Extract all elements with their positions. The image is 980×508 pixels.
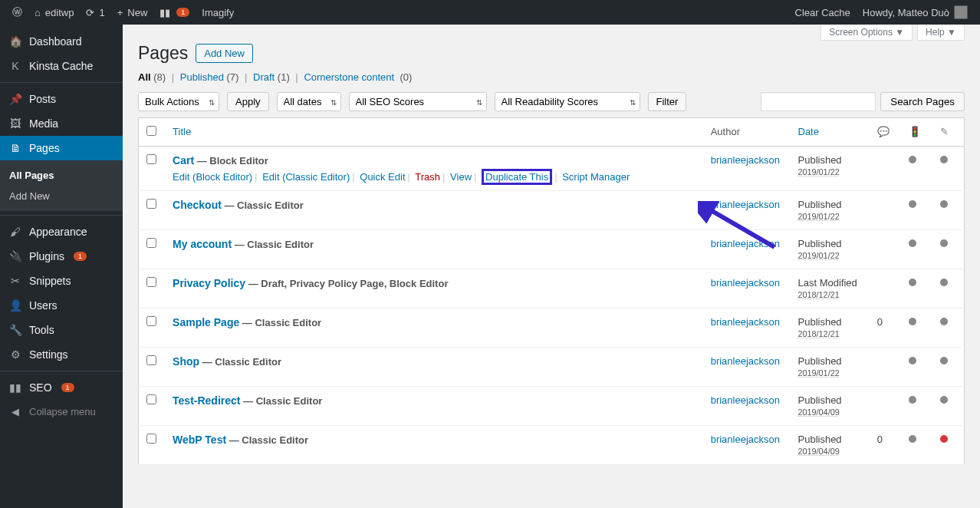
post-state: — Classic Editor bbox=[199, 356, 281, 368]
author-link[interactable]: brianleejackson bbox=[711, 277, 780, 289]
comment-count bbox=[870, 147, 901, 191]
duplicate-link[interactable]: Duplicate This bbox=[485, 171, 548, 183]
search-box: Search Pages bbox=[761, 92, 965, 111]
wp-logo[interactable]: ⓦ bbox=[6, 0, 28, 25]
page-title-link[interactable]: Test-Redirect bbox=[173, 394, 240, 407]
page-title-link[interactable]: Privacy Policy bbox=[173, 277, 245, 289]
page-title-link[interactable]: Shop bbox=[173, 355, 199, 368]
search-input[interactable] bbox=[761, 92, 876, 111]
search-pages-button[interactable]: Search Pages bbox=[880, 92, 965, 111]
new-content[interactable]: +New bbox=[111, 0, 154, 25]
sidebar-item-plugins[interactable]: 🔌Plugins1 bbox=[0, 244, 123, 269]
author-link[interactable]: brianleejackson bbox=[711, 394, 780, 406]
sidebar-item-pages[interactable]: 🗎Pages bbox=[0, 136, 123, 160]
sidebar-item-users[interactable]: 👤Users bbox=[0, 293, 123, 318]
row-checkbox[interactable] bbox=[146, 394, 156, 404]
updates[interactable]: ⟳1 bbox=[80, 0, 110, 25]
seo-icon: ▮▮ bbox=[8, 381, 23, 394]
author-link[interactable]: brianleejackson bbox=[711, 154, 780, 166]
clear-cache[interactable]: Clear Cache bbox=[789, 0, 857, 25]
sidebar-item-kinsta[interactable]: KKinsta Cache bbox=[0, 54, 123, 78]
view-all[interactable]: All bbox=[138, 71, 151, 83]
sidebar-item-snippets[interactable]: ✂Snippets bbox=[0, 269, 123, 293]
col-date[interactable]: Date bbox=[798, 126, 819, 137]
sidebar-sub-add-new[interactable]: Add New bbox=[0, 186, 123, 206]
trash-link[interactable]: Trash bbox=[415, 171, 440, 183]
help-button[interactable]: Help ▼ bbox=[917, 25, 965, 41]
col-title[interactable]: Title bbox=[173, 126, 191, 137]
screen-options-button[interactable]: Screen Options ▼ bbox=[821, 25, 913, 41]
page-title-link[interactable]: Cart bbox=[173, 154, 194, 167]
view-cornerstone[interactable]: Cornerstone content bbox=[304, 71, 394, 83]
sidebar-item-media[interactable]: 🖾Media bbox=[0, 111, 123, 136]
view-draft-count: (1) bbox=[278, 71, 290, 83]
table-row: Checkout — Classic Editor brianleejackso… bbox=[139, 191, 965, 230]
sidebar-collapse[interactable]: ◀Collapse menu bbox=[0, 400, 123, 424]
author-link[interactable]: brianleejackson bbox=[711, 238, 780, 249]
page-title-link[interactable]: Checkout bbox=[173, 199, 222, 211]
sidebar-label: SEO bbox=[29, 381, 52, 394]
row-checkbox[interactable] bbox=[146, 355, 156, 365]
readability-select[interactable]: All Readability Scores bbox=[495, 92, 640, 111]
post-state: — Classic Editor bbox=[226, 434, 308, 446]
author-link[interactable]: brianleejackson bbox=[711, 199, 780, 210]
apply-button[interactable]: Apply bbox=[227, 92, 269, 111]
sidebar-label: Settings bbox=[29, 348, 68, 361]
author-link[interactable]: brianleejackson bbox=[711, 316, 780, 328]
comments-icon: 💬 bbox=[877, 126, 890, 137]
row-checkbox[interactable] bbox=[146, 238, 156, 248]
page-title: Pages bbox=[138, 43, 188, 64]
my-account[interactable]: Howdy, Matteo Duò bbox=[857, 0, 974, 25]
plugins-badge: 1 bbox=[74, 252, 87, 261]
add-new-page-button[interactable]: Add New bbox=[196, 44, 253, 63]
seo-score-select[interactable]: All SEO Scores bbox=[349, 92, 487, 111]
sidebar-item-dashboard[interactable]: 🏠Dashboard bbox=[0, 29, 123, 54]
date-status: Published bbox=[798, 154, 842, 166]
row-checkbox[interactable] bbox=[146, 199, 156, 209]
edit-classic-link[interactable]: Edit (Classic Editor) bbox=[262, 171, 350, 183]
row-checkbox[interactable] bbox=[146, 434, 156, 444]
bulk-actions-select[interactable]: Bulk Actions bbox=[138, 92, 219, 111]
select-all-checkbox[interactable] bbox=[146, 126, 156, 136]
page-title-link[interactable]: My account bbox=[173, 238, 232, 250]
row-checkbox[interactable] bbox=[146, 277, 156, 287]
view-all-count: (8) bbox=[153, 71, 166, 83]
sidebar-sub-all-pages[interactable]: All Pages bbox=[0, 165, 123, 186]
row-checkbox[interactable] bbox=[146, 154, 156, 164]
view-link[interactable]: View bbox=[450, 171, 472, 183]
sidebar-item-posts[interactable]: 📌Posts bbox=[0, 87, 123, 111]
script-manager-link[interactable]: Script Manager bbox=[562, 171, 630, 183]
comment-count bbox=[870, 269, 901, 308]
edit-block-link[interactable]: Edit (Block Editor) bbox=[173, 171, 252, 183]
view-published[interactable]: Published bbox=[180, 71, 224, 83]
wordpress-icon: ⓦ bbox=[12, 5, 22, 19]
readability-dot bbox=[940, 435, 948, 443]
date-status: Published bbox=[798, 355, 842, 367]
page-title-link[interactable]: WebP Test bbox=[173, 434, 226, 446]
sidebar-item-tools[interactable]: 🔧Tools bbox=[0, 318, 123, 342]
row-actions: Edit (Block Editor)| Edit (Classic Edito… bbox=[173, 171, 696, 183]
quick-edit-link[interactable]: Quick Edit bbox=[360, 171, 405, 183]
page-title-link[interactable]: Sample Page bbox=[173, 316, 239, 328]
author-link[interactable]: brianleejackson bbox=[711, 434, 780, 445]
row-checkbox[interactable] bbox=[146, 316, 156, 326]
sidebar-label: Tools bbox=[29, 324, 54, 336]
date-filter-select[interactable]: All dates bbox=[277, 92, 341, 111]
imagify-menu[interactable]: Imagify bbox=[196, 0, 240, 25]
view-draft[interactable]: Draft bbox=[253, 71, 275, 83]
readability-icon: ✎ bbox=[940, 126, 949, 137]
comment-count bbox=[870, 191, 901, 230]
readability-dot bbox=[940, 279, 948, 286]
date-status: Published bbox=[798, 316, 842, 328]
filter-button[interactable]: Filter bbox=[648, 92, 687, 111]
site-name[interactable]: ⌂editwp bbox=[28, 0, 80, 25]
yoast-indicator[interactable]: ▮▮1 bbox=[153, 0, 196, 25]
sidebar-item-settings[interactable]: ⚙Settings bbox=[0, 342, 123, 367]
col-author: Author bbox=[711, 126, 740, 137]
updates-count: 1 bbox=[99, 7, 104, 18]
table-row: Shop — Classic Editor brianleejackson Pu… bbox=[139, 348, 965, 387]
sidebar-item-appearance[interactable]: 🖌Appearance bbox=[0, 219, 123, 244]
sidebar-item-seo[interactable]: ▮▮SEO1 bbox=[0, 375, 123, 400]
date-value: 2019/04/09 bbox=[798, 447, 840, 456]
author-link[interactable]: brianleejackson bbox=[711, 355, 780, 367]
